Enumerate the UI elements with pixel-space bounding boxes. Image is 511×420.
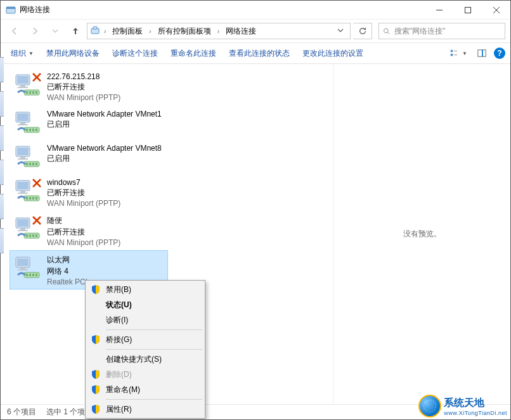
svg-rect-61 bbox=[26, 234, 28, 237]
help-button[interactable]: ? bbox=[494, 48, 505, 59]
diagnose-button[interactable]: 诊断这个连接 bbox=[107, 46, 163, 61]
menu-item[interactable]: 诊断(I) bbox=[87, 312, 204, 328]
menu-item-label: 状态(U) bbox=[106, 300, 132, 310]
connection-item[interactable]: windows7 已断开连接 WAN Miniport (PPTP) bbox=[10, 174, 168, 211]
svg-rect-51 bbox=[29, 197, 31, 200]
svg-rect-3 bbox=[465, 7, 470, 13]
svg-rect-28 bbox=[17, 113, 29, 121]
connection-text: VMware Network Adapter VMnet1 已启用 bbox=[47, 108, 162, 130]
svg-rect-44 bbox=[36, 163, 37, 165]
up-button[interactable] bbox=[67, 22, 84, 40]
breadcrumb-seg-0[interactable]: 控制面板 bbox=[110, 25, 145, 38]
breadcrumb-seg-2[interactable]: 网络连接 bbox=[223, 25, 259, 38]
connection-status: 已断开连接 bbox=[47, 227, 120, 238]
svg-rect-72 bbox=[26, 274, 28, 276]
svg-rect-48 bbox=[18, 193, 28, 194]
svg-rect-34 bbox=[32, 129, 34, 131]
view-status-button[interactable]: 查看此连接的状态 bbox=[224, 46, 295, 61]
connection-status: 已启用 bbox=[47, 153, 162, 164]
nav-row: › 控制面板 › 所有控制面板项 › 网络连接 bbox=[1, 20, 510, 42]
svg-rect-18 bbox=[20, 85, 25, 87]
svg-rect-29 bbox=[20, 122, 25, 124]
address-dropdown[interactable] bbox=[333, 27, 347, 35]
svg-rect-42 bbox=[29, 163, 31, 165]
connection-text: windows7 已断开连接 WAN Miniport (PPTP) bbox=[47, 177, 120, 208]
svg-rect-50 bbox=[26, 197, 28, 200]
preview-empty-text: 没有预览。 bbox=[403, 229, 441, 239]
connection-name: 222.76.215.218 bbox=[47, 72, 120, 81]
connection-name: windows7 bbox=[47, 178, 120, 187]
menu-item[interactable]: 重命名(M) bbox=[87, 382, 204, 397]
status-count: 6 个项目 bbox=[7, 407, 36, 417]
menu-item[interactable]: 桥接(G) bbox=[87, 332, 204, 347]
preview-pane-button[interactable] bbox=[474, 46, 490, 61]
connection-icon bbox=[14, 143, 42, 170]
svg-rect-69 bbox=[20, 267, 25, 269]
menu-item: 删除(D) bbox=[87, 367, 204, 382]
svg-rect-43 bbox=[32, 163, 34, 165]
svg-rect-33 bbox=[29, 129, 31, 131]
watermark-text-2: www.XiTongTianDi.net bbox=[444, 410, 507, 416]
minimize-button[interactable] bbox=[425, 1, 453, 20]
menu-item-label: 禁用(B) bbox=[106, 284, 131, 295]
recent-dropdown[interactable] bbox=[46, 22, 64, 40]
rename-button[interactable]: 重命名此连接 bbox=[165, 46, 221, 61]
connection-item[interactable]: 222.76.215.218 已断开连接 WAN Miniport (PPTP) bbox=[10, 68, 168, 105]
shield-icon bbox=[91, 385, 101, 395]
svg-rect-24 bbox=[36, 91, 37, 94]
svg-rect-63 bbox=[32, 234, 34, 237]
menu-separator bbox=[106, 349, 202, 350]
shield-icon bbox=[91, 334, 101, 345]
svg-rect-64 bbox=[36, 234, 37, 237]
connection-name: VMware Network Adapter VMnet8 bbox=[47, 144, 162, 153]
svg-rect-46 bbox=[17, 182, 29, 189]
svg-rect-7 bbox=[93, 27, 97, 29]
connection-device: Realtek PCI bbox=[47, 277, 87, 286]
menu-item[interactable]: 创建快捷方式(S) bbox=[87, 352, 204, 367]
chevron-right-icon[interactable]: › bbox=[148, 28, 152, 35]
menu-separator bbox=[106, 329, 202, 330]
svg-rect-62 bbox=[29, 234, 31, 237]
back-button[interactable] bbox=[6, 22, 23, 40]
svg-rect-58 bbox=[20, 228, 25, 230]
connection-text: 以太网 网络 4 Realtek PCI bbox=[47, 253, 87, 286]
left-edge-decoration bbox=[0, 38, 4, 412]
menu-item-label: 桥接(G) bbox=[106, 334, 132, 345]
connection-item[interactable]: 随便 已断开连接 WAN Miniport (PPTP) bbox=[10, 211, 168, 250]
menu-item-label: 属性(R) bbox=[106, 404, 132, 415]
watermark-text-1: 系统天地 bbox=[444, 397, 507, 410]
svg-rect-57 bbox=[17, 219, 29, 227]
breadcrumb-root-icon bbox=[90, 25, 100, 37]
connection-item[interactable]: VMware Network Adapter VMnet8 已启用 bbox=[10, 139, 168, 174]
disable-device-button[interactable]: 禁用此网络设备 bbox=[41, 46, 105, 61]
menu-item[interactable]: 属性(R) bbox=[87, 402, 204, 417]
shield-icon bbox=[91, 404, 101, 414]
organize-button[interactable]: 组织▼ bbox=[6, 46, 39, 61]
search-box[interactable] bbox=[378, 23, 505, 39]
view-mode-button[interactable]: ▼ bbox=[447, 46, 470, 61]
svg-rect-52 bbox=[32, 197, 34, 200]
svg-rect-17 bbox=[17, 76, 29, 84]
shield-icon bbox=[91, 284, 101, 295]
svg-line-9 bbox=[387, 32, 389, 34]
svg-rect-53 bbox=[36, 197, 37, 200]
svg-rect-39 bbox=[18, 158, 28, 160]
svg-rect-11 bbox=[451, 54, 453, 56]
svg-rect-30 bbox=[18, 124, 28, 125]
menu-item[interactable]: 状态(U) bbox=[87, 297, 204, 312]
chevron-right-icon[interactable]: › bbox=[103, 28, 107, 35]
connection-item[interactable]: VMware Network Adapter VMnet1 已启用 bbox=[10, 105, 168, 139]
change-settings-button[interactable]: 更改此连接的设置 bbox=[297, 46, 368, 61]
breadcrumb-seg-1[interactable]: 所有控制面板项 bbox=[155, 25, 214, 38]
forward-button[interactable] bbox=[26, 22, 44, 40]
search-input[interactable] bbox=[394, 27, 501, 35]
svg-point-8 bbox=[384, 29, 388, 33]
maximize-button[interactable] bbox=[453, 1, 482, 20]
address-bar[interactable]: › 控制面板 › 所有控制面板项 › 网络连接 bbox=[87, 23, 351, 39]
svg-rect-74 bbox=[32, 274, 34, 276]
chevron-right-icon[interactable]: › bbox=[216, 28, 221, 35]
close-button[interactable] bbox=[482, 1, 510, 20]
svg-rect-75 bbox=[36, 274, 37, 276]
refresh-button[interactable] bbox=[353, 23, 372, 39]
menu-item[interactable]: 禁用(B) bbox=[87, 282, 204, 297]
